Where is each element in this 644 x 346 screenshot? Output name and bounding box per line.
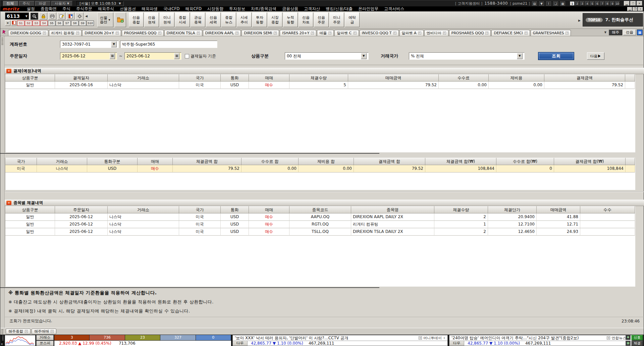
menu-item[interactable]: 고객서비스 <box>384 6 404 12</box>
favorite-stock-tab[interactable]: DIREXION GOOG× <box>8 30 48 36</box>
date-to-input[interactable]: 2025-06-12 ▦ <box>124 52 181 60</box>
close-icon[interactable]: x <box>1 342 3 346</box>
drag-handle[interactable] <box>2 336 4 340</box>
close-icon[interactable]: × <box>418 32 421 35</box>
menu-item[interactable]: 온라인업무 <box>358 6 378 12</box>
favorite-stock-tab[interactable]: PROSHARES QQQ× <box>122 30 164 36</box>
toolbar-button[interactable]: 예탁금 <box>345 12 360 27</box>
close-icon[interactable]: × <box>43 32 46 35</box>
favorite-stock-tab[interactable]: DIREXION AAPL× <box>203 30 241 36</box>
virtual-screen-button[interactable]: 9 <box>610 1 615 6</box>
filter-icon[interactable]: ▼ <box>539 1 544 6</box>
collapse-arrow-icon[interactable]: ◀ <box>85 14 88 18</box>
favorite-stock-tab[interactable]: DIREXION TSLA× <box>164 30 202 36</box>
text-icon[interactable]: I <box>546 1 551 6</box>
close-icon[interactable]: × <box>393 32 396 35</box>
favorite-stock-tab[interactable]: ISHARES 20+Y× <box>280 30 316 36</box>
saved-screen-tab[interactable]: S6 <box>56 20 63 26</box>
product-type-select[interactable]: 00 전체 ▼ <box>285 52 369 60</box>
left-drag-strip[interactable] <box>0 36 5 328</box>
news-headline[interactable]: '보아 XXX' 낙서 테러 용의자, '단발머리' 이 사람?…CCTV 공개… <box>233 335 447 341</box>
star-icon[interactable]: ✱ <box>626 335 631 340</box>
virtual-screen-button[interactable]: 1 <box>570 1 575 6</box>
kospi-row[interactable]: 2,920.03 ▲ 12.99 (0.45%) 713,706 <box>54 341 231 346</box>
calendar-icon[interactable]: ▦ <box>110 53 115 59</box>
favorite-stock-tab[interactable]: 알파벳 C× <box>334 30 359 36</box>
saved-screen-tab[interactable]: S8 <box>71 20 78 26</box>
country-select[interactable]: % 전체 ▼ <box>409 52 525 60</box>
screen-number-input[interactable]: 6113 ▼ <box>5 12 29 20</box>
menu-item[interactable]: 뱅킹/신용/대출 <box>326 6 353 12</box>
table-row[interactable]: 일반2025-06-12나스닥미국USD매수RGTI.OQ리게티 컴퓨팅112.… <box>5 221 635 228</box>
news-headline[interactable]: '240여명 탑승' 에어인디아 여객기 추락…"시신 204구 발견"(종합2… <box>449 335 632 341</box>
saved-screen-tab[interactable]: S7 <box>63 20 71 26</box>
close-icon[interactable]: × <box>354 32 357 35</box>
saved-screen-tab[interactable]: S3 <box>33 20 40 26</box>
menu-item[interactable]: 시장동향 <box>207 6 223 12</box>
bottom-tab[interactable]: 해주매매× <box>32 329 56 334</box>
close-icon[interactable]: × <box>328 32 331 35</box>
toolbar-button[interactable]: 선옵현재 <box>144 12 159 27</box>
user-id[interactable]: psme21 <box>510 1 530 6</box>
mdi-close-button[interactable]: × <box>638 7 643 11</box>
lock-icon[interactable] <box>39 12 47 20</box>
favorite-stock-tab[interactable]: GRANITESHARES× <box>531 30 571 36</box>
toolbar-button[interactable]: 선옵종합 <box>129 12 144 27</box>
window-grid-icon[interactable]: ▦ <box>637 30 643 35</box>
printer-icon[interactable] <box>48 12 56 20</box>
chevron-down-icon[interactable]: ▼ <box>604 31 606 34</box>
next-button[interactable]: 다음▶ <box>587 52 604 60</box>
saved-screen-tab[interactable]: S4 <box>40 20 48 26</box>
virtual-screen-button[interactable]: 6 <box>595 1 600 6</box>
workspace-tab[interactable]: 사용자▼ <box>51 1 72 6</box>
mdi-minimize-button[interactable]: ▁ <box>627 7 632 11</box>
workspace-tab[interactable]: 파생 <box>35 1 51 6</box>
table-row[interactable]: 미국나스닥USD매수79.520.000.0079.52108,8440108,… <box>5 165 635 172</box>
close-icon[interactable]: × <box>485 32 488 35</box>
chevron-down-icon[interactable]: ▼ <box>517 53 523 59</box>
close-icon[interactable]: × <box>51 330 54 333</box>
close-button[interactable]: × <box>637 1 642 6</box>
close-icon[interactable]: × <box>235 32 238 35</box>
maximize-button[interactable]: □ <box>630 1 636 6</box>
menu-item[interactable]: 차트/종목검색 <box>251 6 276 12</box>
menu-item[interactable]: 주식 <box>62 6 70 12</box>
query-button[interactable]: 조회 <box>538 52 574 60</box>
workspace-tab[interactable]: 주식 <box>19 1 35 6</box>
menu-item[interactable]: 투자정보 <box>229 6 245 12</box>
minimize-button[interactable]: ▁ <box>624 1 630 6</box>
chevron-down-icon[interactable]: ▼ <box>111 41 117 47</box>
virtual-screen-button[interactable]: 2 <box>575 1 580 6</box>
index-mini-chart[interactable] <box>5 335 36 346</box>
close-icon[interactable]: × <box>443 32 446 35</box>
table-row[interactable]: 일반2025-06-12나스닥미국USD매수TSLL.OQDIREXION TS… <box>5 228 635 236</box>
screen-layout-icon[interactable] <box>11 20 16 26</box>
favorite-stock-tab[interactable]: DEFIANCE SMCI× <box>491 30 530 36</box>
close-icon[interactable]: × <box>566 32 569 35</box>
favorite-stock-tab[interactable]: DIREXION 20+Y× <box>82 30 121 36</box>
toolbar-button[interactable]: 누적동향 <box>283 12 298 27</box>
toolbar-button[interactable]: 선옵주문 <box>314 12 329 27</box>
chevron-down-icon[interactable]: ▼ <box>361 53 367 59</box>
close-icon[interactable]: × <box>197 32 200 35</box>
panel-layout-icon[interactable] <box>66 12 74 20</box>
virtual-screen-button[interactable]: 5 <box>590 1 595 6</box>
menu-item[interactable]: 국내CFD <box>163 6 180 12</box>
close-icon[interactable]: × <box>76 32 79 35</box>
chart-icon[interactable]: ▤ <box>532 1 537 6</box>
toolbar-button[interactable]: 종합뉴스 <box>221 12 236 27</box>
favorite-stock-tab[interactable]: 알파벳 A× <box>399 30 424 36</box>
calendar-icon[interactable]: ▦ <box>174 53 179 59</box>
toolbar-button[interactable]: 종합시세 <box>175 12 190 27</box>
grid-icon[interactable]: ▦ <box>626 341 631 346</box>
menu-item[interactable]: 해외파생 <box>142 6 158 12</box>
close-icon[interactable]: × <box>25 330 28 333</box>
menu-item[interactable]: 고객자산 <box>304 6 320 12</box>
toolbar-button[interactable]: 시세추이 <box>237 12 252 27</box>
toolbar-button[interactable]: 투자동향 <box>252 12 267 27</box>
haeju-group-button[interactable]: 해주 <box>609 30 622 35</box>
virtual-screen-button[interactable]: 8 <box>605 1 610 6</box>
saved-screen-tab[interactable]: S2 <box>25 20 32 26</box>
menu-item[interactable]: 해외CFD <box>185 6 202 12</box>
favorite-stock-tab[interactable]: PROSHARES QQQ× <box>449 30 491 36</box>
